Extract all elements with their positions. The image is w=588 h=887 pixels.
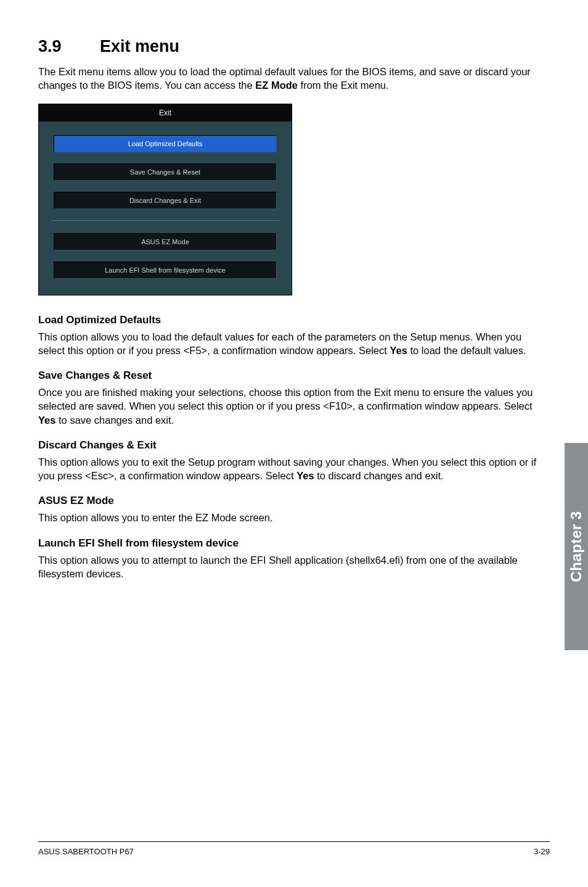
- text: This option allows you to exit the Setup…: [38, 456, 536, 481]
- bios-option-launch-efi[interactable]: Launch EFI Shell from filesystem device: [54, 262, 277, 279]
- bios-separator: [51, 220, 279, 221]
- section-paragraph: This option allows you to exit the Setup…: [38, 455, 550, 483]
- chapter-label: Chapter 3: [568, 511, 585, 582]
- text-bold: Yes: [38, 415, 55, 426]
- section-paragraph: Once you are finished making your select…: [38, 386, 550, 427]
- bios-option-save-reset[interactable]: Save Changes & Reset: [54, 163, 277, 181]
- section-paragraph: This option allows you to enter the EZ M…: [38, 511, 550, 524]
- section-heading: Load Optimized Defaults: [38, 314, 550, 326]
- section-heading: Launch EFI Shell from filesystem device: [38, 537, 550, 550]
- section-paragraph: This option allows you to attempt to lau…: [38, 553, 550, 581]
- intro-text-c: from the Exit menu.: [298, 80, 389, 91]
- section-load-defaults: Load Optimized Defaults This option allo…: [38, 314, 550, 358]
- section-heading: Save Changes & Reset: [38, 369, 550, 382]
- bios-option-discard-exit[interactable]: Discard Changes & Exit: [54, 192, 277, 209]
- footer-product: ASUS SABERTOOTH P67: [38, 847, 134, 856]
- bios-exit-panel: Exit Load Optimized Defaults Save Change…: [38, 104, 292, 295]
- text: to save changes and exit.: [55, 415, 174, 426]
- intro-paragraph: The Exit menu items allow you to load th…: [38, 65, 550, 93]
- section-ez-mode: ASUS EZ Mode This option allows you to e…: [38, 495, 550, 524]
- section-paragraph: This option allows you to load the defau…: [38, 330, 550, 358]
- section-heading: Discard Changes & Exit: [38, 439, 550, 452]
- text-bold: Yes: [390, 345, 407, 356]
- section-heading: ASUS EZ Mode: [38, 495, 550, 507]
- chapter-side-tab: Chapter 3: [565, 443, 588, 650]
- bios-option-load-defaults[interactable]: Load Optimized Defaults: [54, 135, 277, 152]
- heading-title: Exit menu: [100, 37, 179, 56]
- text: Once you are finished making your select…: [38, 387, 533, 411]
- heading-number: 3.9: [38, 37, 100, 56]
- intro-text-b: EZ Mode: [255, 80, 298, 91]
- text-bold: Yes: [296, 470, 314, 481]
- section-discard-exit: Discard Changes & Exit This option allow…: [38, 439, 550, 483]
- bios-tab-exit[interactable]: Exit: [145, 109, 185, 117]
- page-footer: ASUS SABERTOOTH P67 3-29: [38, 841, 550, 856]
- text: to load the default values.: [407, 345, 526, 356]
- bios-option-ez-mode[interactable]: ASUS EZ Mode: [54, 233, 277, 250]
- bios-tabbar: Exit: [39, 104, 292, 122]
- section-save-reset: Save Changes & Reset Once you are finish…: [38, 369, 550, 427]
- footer-page-number: 3-29: [534, 847, 550, 856]
- text: to discard changes and exit.: [314, 470, 444, 481]
- page-heading: 3.9 Exit menu: [38, 37, 550, 56]
- bios-body: Load Optimized Defaults Save Changes & R…: [39, 122, 292, 295]
- section-launch-efi: Launch EFI Shell from filesystem device …: [38, 537, 550, 581]
